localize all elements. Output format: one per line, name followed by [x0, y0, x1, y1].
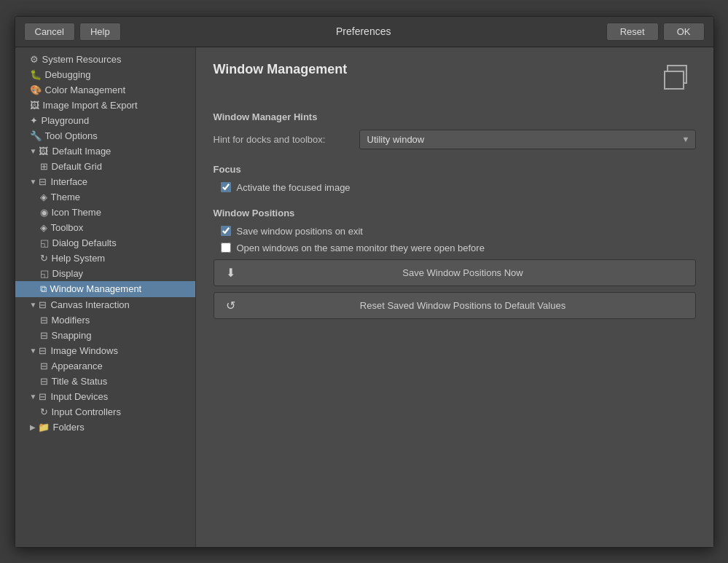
sidebar-item-label: Folders	[53, 422, 85, 433]
system-resources-icon: ⚙	[30, 54, 39, 65]
content-panel: Window Management Window Manager Hints H…	[196, 47, 713, 547]
reset-positions-icon: ↺	[226, 299, 235, 312]
reset-positions-label: Reset Saved Window Positions to Default …	[243, 300, 684, 311]
save-on-exit-label[interactable]: Save window positions on exit	[237, 226, 363, 237]
help-system-icon: ↻	[40, 253, 48, 264]
sidebar-item-default-grid[interactable]: ⊞ Default Grid	[15, 159, 195, 174]
content-title: Window Management	[214, 62, 348, 77]
input-controllers-icon: ↻	[40, 406, 48, 417]
sidebar-item-theme[interactable]: ◈ Theme	[15, 189, 195, 205]
sidebar-item-appearance[interactable]: ⊟ Appearance	[15, 358, 195, 374]
window-positions-section: Window Positions Save window positions o…	[214, 208, 696, 319]
sidebar-item-snapping[interactable]: ⊟ Snapping	[15, 328, 195, 343]
sidebar-item-modifiers[interactable]: ⊟ Modifiers	[15, 312, 195, 328]
sidebar-item-label: Dialog Defaults	[52, 237, 117, 248]
sidebar-item-icon-theme[interactable]: ◉ Icon Theme	[15, 205, 195, 220]
sidebar-item-label: Toolbox	[51, 222, 84, 233]
title-bar: Cancel Help Preferences Reset OK	[15, 17, 713, 47]
sidebar-item-label: Color Management	[45, 84, 126, 95]
save-positions-now-button[interactable]: ⬇ Save Window Positions Now	[214, 259, 696, 286]
ok-button[interactable]: OK	[663, 23, 705, 41]
sidebar-item-default-image[interactable]: ▼ 🖼 Default Image	[15, 143, 195, 159]
sidebar-item-label: Canvas Interaction	[50, 299, 129, 310]
default-image-icon: 🖼	[39, 146, 48, 157]
sidebar-item-toolbox[interactable]: ◈ Toolbox	[15, 220, 195, 235]
window-manager-hints-title: Window Manager Hints	[214, 111, 696, 122]
sidebar-item-debugging[interactable]: 🐛 Debugging	[15, 67, 195, 82]
sidebar-item-help-system[interactable]: ↻ Help System	[15, 251, 195, 266]
window-icon-front	[664, 71, 684, 90]
hint-form-row: Hint for docks and toolbox: Utility wind…	[214, 130, 696, 149]
sidebar-item-display[interactable]: ◱ Display	[15, 266, 195, 281]
help-button[interactable]: Help	[79, 23, 121, 41]
sidebar-item-input-devices[interactable]: ▼ ⊟ Input Devices	[15, 389, 195, 404]
title-status-icon: ⊟	[40, 376, 48, 387]
interface-arrow: ▼	[30, 178, 37, 186]
image-windows-arrow: ▼	[30, 347, 37, 355]
canvas-interaction-arrow: ▼	[30, 301, 37, 309]
appearance-icon: ⊟	[40, 361, 48, 371]
content-header: Window Management	[214, 62, 696, 97]
sidebar-item-label: Theme	[51, 192, 80, 202]
activate-focused-row: Activate the focused image	[214, 182, 696, 193]
activate-focused-checkbox[interactable]	[221, 182, 231, 192]
sidebar-item-title-status[interactable]: ⊟ Title & Status	[15, 374, 195, 389]
sidebar-item-label: Display	[52, 268, 84, 279]
sidebar-item-playground[interactable]: ✦ Playground	[15, 113, 195, 128]
sidebar-item-label: Modifiers	[52, 315, 90, 326]
sidebar-item-label: Interface	[50, 176, 87, 187]
sidebar-item-label: Tool Options	[45, 130, 98, 141]
sidebar-item-window-management[interactable]: ⧉ Window Management	[15, 281, 195, 297]
sidebar-item-label: Icon Theme	[52, 207, 101, 218]
sidebar-item-image-windows[interactable]: ▼ ⊟ Image Windows	[15, 343, 195, 358]
sidebar-item-tool-options[interactable]: 🔧 Tool Options	[15, 128, 195, 143]
sidebar-item-folders[interactable]: ▶ 📁 Folders	[15, 420, 195, 435]
sidebar-item-label: Title & Status	[52, 376, 108, 387]
sidebar-item-label: Snapping	[52, 330, 92, 341]
toolbox-icon: ◈	[40, 222, 47, 233]
open-same-monitor-row: Open windows on the same monitor they we…	[214, 243, 696, 253]
reset-button[interactable]: Reset	[606, 23, 659, 41]
cancel-button[interactable]: Cancel	[24, 23, 75, 41]
focus-title: Focus	[214, 164, 696, 175]
interface-icon: ⊟	[39, 176, 47, 187]
icon-theme-icon: ◉	[40, 207, 48, 218]
sidebar-item-canvas-interaction[interactable]: ▼ ⊟ Canvas Interaction	[15, 297, 195, 312]
sidebar-item-label: Appearance	[52, 361, 103, 371]
sidebar-item-dialog-defaults[interactable]: ◱ Dialog Defaults	[15, 235, 195, 251]
sidebar-item-image-import-export[interactable]: 🖼 Image Import & Export	[15, 98, 195, 113]
image-import-export-icon: 🖼	[30, 100, 39, 111]
input-devices-icon: ⊟	[39, 391, 47, 402]
sidebar-item-label: Playground	[42, 115, 90, 126]
image-windows-icon: ⊟	[39, 345, 47, 356]
sidebar-item-label: Input Devices	[50, 391, 108, 402]
folders-icon: 📁	[38, 422, 50, 433]
sidebar-item-system-resources[interactable]: ⚙ System Resources	[15, 52, 195, 67]
tool-options-icon: 🔧	[30, 130, 42, 141]
snapping-icon: ⊟	[40, 330, 48, 341]
sidebar: ⚙ System Resources 🐛 Debugging 🎨 Color M…	[15, 47, 196, 547]
save-on-exit-checkbox[interactable]	[221, 226, 231, 236]
window-manager-hints-section: Window Manager Hints Hint for docks and …	[214, 111, 696, 149]
sidebar-item-label: Image Import & Export	[43, 100, 138, 111]
open-same-monitor-checkbox[interactable]	[221, 243, 231, 253]
reset-positions-button[interactable]: ↺ Reset Saved Window Positions to Defaul…	[214, 292, 696, 319]
default-grid-icon: ⊞	[40, 161, 48, 172]
window-management-icon: ⧉	[40, 283, 47, 295]
activate-focused-label[interactable]: Activate the focused image	[237, 182, 351, 193]
focus-section: Focus Activate the focused image	[214, 164, 696, 193]
window-management-icon-graphic	[664, 65, 693, 94]
sidebar-item-color-management[interactable]: 🎨 Color Management	[15, 82, 195, 98]
hint-select[interactable]: Utility window Normal window Dock	[359, 130, 696, 149]
content-icon	[661, 62, 696, 97]
sidebar-item-label: Default Image	[52, 146, 111, 157]
sidebar-item-interface[interactable]: ▼ ⊟ Interface	[15, 174, 195, 189]
sidebar-item-input-controllers[interactable]: ↻ Input Controllers	[15, 404, 195, 420]
save-positions-icon: ⬇	[226, 266, 235, 280]
dialog-defaults-icon: ◱	[40, 237, 49, 248]
folders-arrow: ▶	[30, 423, 36, 431]
playground-icon: ✦	[30, 115, 38, 126]
sidebar-item-label: Input Controllers	[52, 406, 121, 417]
open-same-monitor-label[interactable]: Open windows on the same monitor they we…	[237, 243, 485, 253]
canvas-interaction-icon: ⊟	[39, 299, 47, 310]
